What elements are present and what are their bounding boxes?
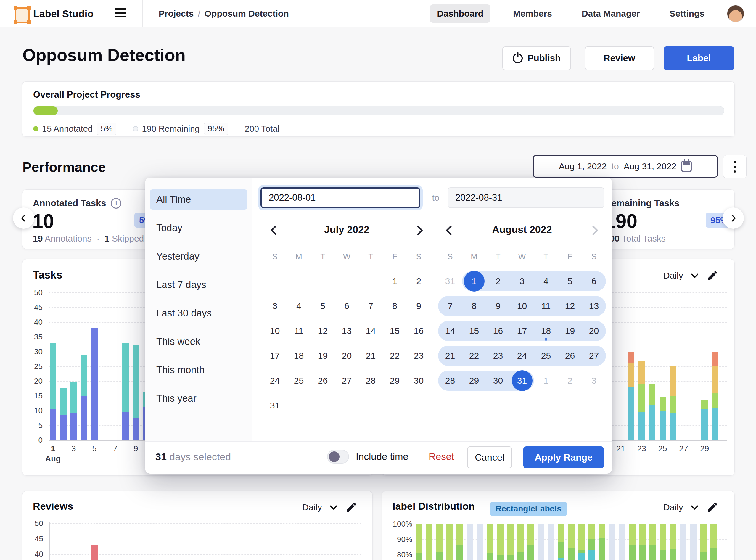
calendar-day-23[interactable]: 23 xyxy=(407,343,431,368)
calendar-day-15[interactable]: 15 xyxy=(462,319,486,343)
calendar-day-8[interactable]: 8 xyxy=(462,294,486,319)
preset-last-7-days[interactable]: Last 7 days xyxy=(150,275,247,295)
calendar-day-20[interactable]: 20 xyxy=(335,343,359,368)
carousel-prev-button[interactable] xyxy=(13,207,34,229)
edit-pencil-icon[interactable] xyxy=(706,269,719,282)
calendar-day-2[interactable]: 2 xyxy=(407,269,431,294)
calendar-day-22[interactable]: 22 xyxy=(383,343,407,368)
calendar-day-15[interactable]: 15 xyxy=(383,319,407,343)
calendar-day-5[interactable]: 5 xyxy=(558,269,582,294)
calendar-day-6[interactable]: 6 xyxy=(335,294,359,319)
calendar-day-9[interactable]: 9 xyxy=(407,294,431,319)
calendar-day-19[interactable]: 19 xyxy=(311,343,335,368)
calendar-day-2[interactable]: 2 xyxy=(558,368,582,393)
reviews-period-control[interactable]: Daily xyxy=(302,501,358,514)
calendar-day-23[interactable]: 23 xyxy=(486,343,510,368)
calendar-day-26[interactable]: 26 xyxy=(311,368,335,393)
calendar-day-28[interactable]: 28 xyxy=(359,368,383,393)
calendar-day-12[interactable]: 12 xyxy=(311,319,335,343)
calendar-day-31[interactable]: 31 xyxy=(510,368,534,393)
calendar-day-3[interactable]: 3 xyxy=(263,294,287,319)
calendar-day-18[interactable]: 18 xyxy=(287,343,311,368)
performance-menu-button[interactable] xyxy=(723,155,747,178)
calendar-day-24[interactable]: 24 xyxy=(510,343,534,368)
calendar-day-16[interactable]: 16 xyxy=(407,319,431,343)
calendar-day-6[interactable]: 6 xyxy=(582,269,606,294)
calendar-day-20[interactable]: 20 xyxy=(582,319,606,343)
preset-yesterday[interactable]: Yesterday xyxy=(150,246,247,266)
calendar-day-2[interactable]: 2 xyxy=(486,269,510,294)
apply-range-button[interactable]: Apply Range xyxy=(523,446,604,468)
calendar-day-7[interactable]: 7 xyxy=(438,294,462,319)
calendar-day-19[interactable]: 19 xyxy=(558,319,582,343)
calendar-day-1[interactable]: 1 xyxy=(534,368,558,393)
calendar-day-10[interactable]: 10 xyxy=(510,294,534,319)
edit-pencil-icon[interactable] xyxy=(345,501,358,514)
calendar-day-21[interactable]: 21 xyxy=(359,343,383,368)
calendar-day-8[interactable]: 8 xyxy=(383,294,407,319)
tab-settings[interactable]: Settings xyxy=(662,4,712,23)
publish-button[interactable]: Publish xyxy=(502,46,571,70)
calendar-day-4[interactable]: 4 xyxy=(534,269,558,294)
tab-members[interactable]: Members xyxy=(506,4,559,23)
calendar-day-17[interactable]: 17 xyxy=(263,343,287,368)
review-button[interactable]: Review xyxy=(584,46,654,70)
calendar-day-17[interactable]: 17 xyxy=(510,319,534,343)
calendar-day-22[interactable]: 22 xyxy=(462,343,486,368)
calendar-day-13[interactable]: 13 xyxy=(335,319,359,343)
start-date-input[interactable]: 2022-08-01 xyxy=(260,187,420,208)
preset-last-30-days[interactable]: Last 30 days xyxy=(150,303,247,323)
next-month-icon[interactable] xyxy=(414,224,425,236)
cancel-button[interactable]: Cancel xyxy=(467,446,512,468)
preset-today[interactable]: Today xyxy=(150,218,247,238)
tab-data-manager[interactable]: Data Manager xyxy=(575,4,647,23)
distribution-period-control[interactable]: Daily xyxy=(663,501,719,514)
calendar-day-27[interactable]: 27 xyxy=(582,343,606,368)
date-range-control[interactable]: Aug 1, 2022 to Aug 31, 2022 xyxy=(533,155,718,178)
edit-pencil-icon[interactable] xyxy=(706,501,719,514)
user-avatar[interactable] xyxy=(727,5,744,22)
info-icon[interactable]: i xyxy=(111,198,121,209)
calendar-day-16[interactable]: 16 xyxy=(486,319,510,343)
calendar-day-30[interactable]: 30 xyxy=(486,368,510,393)
calendar-day-9[interactable]: 9 xyxy=(486,294,510,319)
preset-all-time[interactable]: All Time xyxy=(150,189,247,209)
calendar-day-26[interactable]: 26 xyxy=(558,343,582,368)
calendar-day-11[interactable]: 11 xyxy=(534,294,558,319)
include-time-toggle[interactable] xyxy=(327,450,349,463)
preset-this-year[interactable]: This year xyxy=(150,388,247,408)
calendar-day-14[interactable]: 14 xyxy=(438,319,462,343)
calendar-day-4[interactable]: 4 xyxy=(287,294,311,319)
end-date-input[interactable]: 2022-08-31 xyxy=(447,187,604,208)
calendar-day-28[interactable]: 28 xyxy=(438,368,462,393)
calendar-day-12[interactable]: 12 xyxy=(558,294,582,319)
breadcrumb-projects[interactable]: Projects xyxy=(159,8,194,18)
calendar-day-25[interactable]: 25 xyxy=(534,343,558,368)
calendar-day-29[interactable]: 29 xyxy=(462,368,486,393)
calendar-day-1[interactable]: 1 xyxy=(462,269,486,294)
reset-link[interactable]: Reset xyxy=(429,451,454,462)
preset-this-week[interactable]: This week xyxy=(150,332,247,352)
carousel-next-button[interactable] xyxy=(722,207,744,229)
calendar-day-3[interactable]: 3 xyxy=(510,269,534,294)
calendar-day-24[interactable]: 24 xyxy=(263,368,287,393)
calendar-day-10[interactable]: 10 xyxy=(263,319,287,343)
calendar-day-14[interactable]: 14 xyxy=(359,319,383,343)
preset-this-month[interactable]: This month xyxy=(150,360,247,380)
hamburger-menu-icon[interactable] xyxy=(115,8,127,19)
calendar-day-31[interactable]: 31 xyxy=(438,269,462,294)
calendar-day-3[interactable]: 3 xyxy=(582,368,606,393)
label-button[interactable]: Label xyxy=(664,46,734,70)
calendar-day-13[interactable]: 13 xyxy=(582,294,606,319)
annotations-period-control[interactable]: Daily xyxy=(663,269,719,282)
calendar-day-11[interactable]: 11 xyxy=(287,319,311,343)
calendar-day-5[interactable]: 5 xyxy=(311,294,335,319)
calendar-day-7[interactable]: 7 xyxy=(359,294,383,319)
calendar-day-21[interactable]: 21 xyxy=(438,343,462,368)
calendar-day-31[interactable]: 31 xyxy=(263,393,287,418)
calendar-day-27[interactable]: 27 xyxy=(335,368,359,393)
tab-dashboard[interactable]: Dashboard xyxy=(430,4,491,23)
calendar-day-29[interactable]: 29 xyxy=(383,368,407,393)
calendar-day-25[interactable]: 25 xyxy=(287,368,311,393)
calendar-day-1[interactable]: 1 xyxy=(383,269,407,294)
